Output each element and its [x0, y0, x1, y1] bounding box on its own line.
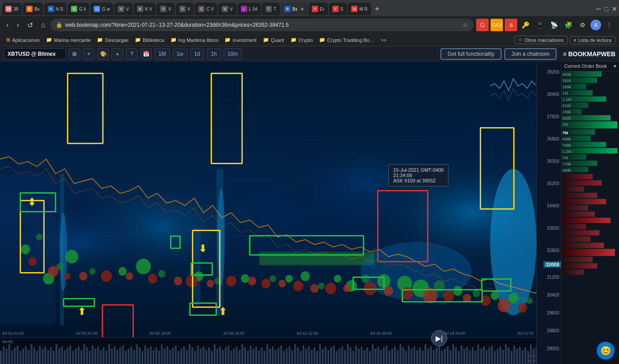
bookmark-quant[interactable]: 📁 Quant: [260, 36, 287, 44]
order-book-dropdown-icon[interactable]: ▾: [614, 63, 616, 69]
tab-7[interactable]: K K V: [133, 3, 156, 15]
tab-5[interactable]: G G w: [90, 3, 113, 15]
calendar-button[interactable]: 📅: [140, 48, 152, 60]
ssl-lock-icon: 🔒: [56, 22, 62, 28]
addon-3-icon[interactable]: 🔑: [519, 19, 532, 31]
tab-1[interactable]: 38 38: [2, 3, 22, 15]
addon-2-icon[interactable]: 🔒: [505, 19, 517, 31]
svg-rect-269: [508, 347, 510, 364]
tab-16[interactable]: Y S: [329, 3, 347, 15]
tab-close-bookmap[interactable]: ✕: [300, 7, 304, 12]
new-tab-button[interactable]: +: [372, 4, 382, 14]
play-button[interactable]: ▶|: [431, 330, 447, 346]
reading-list-button[interactable]: ≡ Lista de lectura: [569, 36, 615, 44]
svg-point-70: [261, 279, 270, 289]
other-bookmarks-button[interactable]: ☆ Otros marcadores: [514, 36, 568, 44]
svg-rect-174: [244, 347, 246, 364]
tab-favicon-15: Y: [312, 6, 318, 12]
palette-button[interactable]: 🎨: [97, 48, 109, 60]
help-button[interactable]: ?: [126, 48, 137, 60]
svg-point-61: [79, 272, 87, 281]
bookmark-biblioteca[interactable]: 📁 Biblioteca: [132, 36, 167, 44]
svg-point-36: [118, 267, 127, 276]
tf-1m-button[interactable]: 1M: [154, 48, 170, 60]
maximize-button[interactable]: □: [605, 5, 608, 12]
bookmark-crypto[interactable]: 📁 Crypto: [288, 36, 316, 44]
address-input[interactable]: [65, 22, 460, 28]
svg-rect-317: [561, 199, 606, 204]
tab-2[interactable]: B Bx: [23, 3, 43, 15]
bookmark-ing[interactable]: 📁 Ing Maritima libros: [168, 36, 221, 44]
tab-favicon-17: M: [351, 6, 357, 12]
join-chatroom-button[interactable]: Join a chatroom: [504, 48, 557, 60]
extensions-puzzle-icon[interactable]: 🧩: [562, 19, 574, 31]
addon-5-icon[interactable]: 📡: [548, 19, 560, 31]
bookmark-star-icon[interactable]: ☆: [462, 21, 468, 29]
svg-rect-237: [419, 347, 421, 364]
svg-rect-257: [474, 351, 476, 364]
bookmarks-more-button[interactable]: >>: [378, 37, 389, 44]
forward-button[interactable]: ›: [14, 20, 21, 30]
tab-3[interactable]: N N S: [44, 3, 67, 15]
address-box[interactable]: 🔒 ☆: [50, 19, 474, 31]
menu-button[interactable]: ⋮: [603, 19, 615, 31]
svg-text:1.2M: 1.2M: [562, 149, 571, 154]
bookmark-descargas[interactable]: 📁 Descargas: [94, 36, 131, 44]
addon-1-icon[interactable]: G4:3: [490, 19, 503, 31]
bookmark-apps[interactable]: ⊞ Aplicaciones: [4, 36, 42, 44]
svg-point-55: [490, 291, 499, 300]
tf-1w-button[interactable]: 1w: [173, 48, 187, 60]
svg-rect-181: [264, 351, 266, 364]
windows-chat-button[interactable]: 😊: [597, 342, 615, 360]
circle-button[interactable]: ●: [112, 48, 123, 60]
svg-rect-315: [561, 186, 584, 192]
svg-rect-240: [427, 349, 429, 364]
svg-rect-25: [193, 228, 200, 306]
tab-11[interactable]: V V: [218, 3, 237, 15]
home-button[interactable]: ⌂: [38, 20, 48, 30]
tab-15[interactable]: Y Er: [308, 3, 328, 15]
layout-icon-button[interactable]: ⊞: [69, 48, 80, 60]
bookmark-marina[interactable]: 📁 Marina mercante: [43, 36, 94, 44]
tf-10m-button[interactable]: 10m: [224, 48, 242, 60]
extensions-icon[interactable]: G: [476, 19, 489, 31]
tab-bookmap[interactable]: B Bx ✕: [281, 3, 307, 15]
svg-rect-244: [438, 346, 440, 364]
svg-rect-238: [422, 351, 424, 364]
tf-1h-button[interactable]: 1h: [207, 48, 220, 60]
profile-avatar[interactable]: A: [590, 20, 601, 30]
svg-rect-185: [275, 350, 277, 364]
tab-13[interactable]: T T: [262, 3, 280, 15]
svg-rect-175: [247, 351, 249, 364]
adjust-icon[interactable]: ⚙: [576, 19, 589, 31]
svg-point-52: [434, 280, 445, 292]
add-indicator-button[interactable]: +: [83, 48, 95, 60]
chart-area[interactable]: 15-Jul-2021 GMT-0400 21:34:06 ASK 9100 a…: [0, 62, 536, 364]
svg-rect-216: [361, 347, 362, 364]
minimize-button[interactable]: ─: [596, 5, 601, 13]
back-button[interactable]: ‹: [4, 20, 11, 30]
bookmark-investment[interactable]: 📁 investment: [222, 36, 259, 44]
tab-8[interactable]: V V: [157, 3, 175, 15]
tab-10[interactable]: C C V: [195, 3, 217, 15]
tab-6[interactable]: V V: [114, 3, 133, 15]
tab-favicon-bookmap: B: [284, 6, 291, 12]
svg-rect-144: [161, 344, 163, 364]
tab-17[interactable]: M M R: [348, 3, 371, 15]
svg-rect-187: [280, 346, 282, 364]
tab-4[interactable]: G G li: [67, 3, 89, 15]
bookmark-crypto-trading[interactable]: 📁 Crypto Tradding Bo...: [316, 36, 376, 44]
get-full-functionality-button[interactable]: Get full functionality: [440, 48, 502, 60]
svg-rect-177: [253, 349, 254, 364]
fullscreen-button[interactable]: ⛶: [528, 355, 535, 362]
tf-1d-button[interactable]: 1d: [190, 48, 204, 60]
addon-4-icon[interactable]: 📱: [533, 19, 546, 31]
tab-12[interactable]: L L 54: [237, 3, 261, 15]
svg-rect-324: [561, 243, 604, 248]
reload-button[interactable]: ↺: [25, 20, 36, 30]
tab-9[interactable]: V V: [176, 3, 194, 15]
svg-point-49: [378, 274, 391, 288]
symbol-display[interactable]: XBTUSD @ Bitmex: [4, 48, 66, 60]
price-labels-container: 39200 38400 37600 36800 36000 35200 3440…: [537, 62, 561, 364]
close-button[interactable]: ✕: [612, 5, 617, 12]
